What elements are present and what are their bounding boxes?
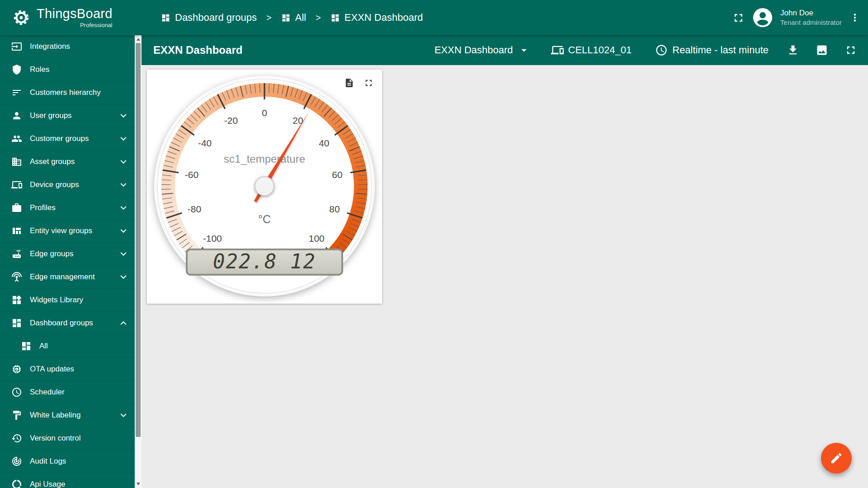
sidebar-item-label: Version control — [30, 434, 80, 443]
sidebar-item-customers-hierarchy[interactable]: Customers hierarchy — [0, 81, 135, 104]
sidebar-item-version-control[interactable]: Version control — [0, 427, 135, 450]
sidebar-item-audit-logs[interactable]: Audit Logs — [0, 450, 135, 473]
sidebar-item-label: Widgets Library — [30, 296, 83, 305]
brand-name: ThingsBoard — [37, 7, 113, 20]
breadcrumb-item-all[interactable]: All — [281, 12, 306, 23]
sidebar-item-label: Device groups — [30, 180, 79, 189]
sidebar-item-label: Asset groups — [30, 157, 75, 166]
scrollbar-thumb[interactable] — [136, 43, 141, 437]
widget-actions — [344, 78, 374, 88]
brand-text: ThingsBoard Professional — [37, 7, 113, 28]
sidebar-item-label: User groups — [30, 111, 72, 120]
dashboard-toolbar: EXXN Dashboard EXXN Dashboard CELL1024_0… — [142, 35, 868, 65]
clock-icon — [655, 44, 668, 56]
scrollbar-down-arrow[interactable] — [135, 480, 142, 488]
hierarchy-icon — [11, 87, 22, 98]
sidebar-item-label: Profiles — [30, 203, 56, 212]
fullscreen-icon[interactable] — [844, 44, 857, 56]
dashboards-icon — [281, 13, 291, 23]
dashboard-state-select[interactable]: EXXN Dashboard — [434, 44, 530, 56]
svg-text:022.8 12: 022.8 12 — [213, 250, 316, 273]
user-avatar[interactable] — [752, 7, 773, 28]
download-icon[interactable] — [787, 44, 799, 56]
image-icon[interactable] — [816, 44, 828, 56]
router-icon — [11, 249, 22, 259]
svg-text:sc1_temperature: sc1_temperature — [224, 153, 305, 165]
person-icon — [11, 110, 22, 121]
sidebar-item-label: Dashboard groups — [30, 319, 93, 328]
sidebar-item-label: Integrations — [30, 42, 70, 51]
sidebar-item-edge-groups[interactable]: Edge groups — [0, 243, 135, 266]
thingsboard-logo[interactable]: ThingsBoard Professional — [0, 7, 135, 28]
sidebar-item-scheduler[interactable]: Scheduler — [0, 381, 135, 404]
sidebar-scrollbar[interactable] — [135, 35, 142, 488]
sidebar-item-label: Edge management — [30, 272, 95, 282]
sidebar-item-label: Roles — [30, 65, 49, 74]
state-select-label: EXXN Dashboard — [434, 44, 513, 56]
antenna-icon — [11, 272, 22, 282]
breadcrumb-item-exxn-dashboard[interactable]: EXXN Dashboard — [330, 12, 423, 23]
briefcase-icon — [11, 202, 22, 213]
sidebar-item-label: All — [39, 342, 48, 351]
dashboards-icon — [161, 13, 170, 23]
temperature-gauge-widget[interactable]: -100-80-60-40-20020406080100sc1_temperat… — [147, 70, 382, 304]
chip-icon — [11, 364, 22, 375]
expand-icon[interactable] — [363, 78, 374, 88]
timewindow-select[interactable]: Realtime - last minute — [655, 44, 769, 56]
dashboards-icon — [21, 341, 32, 352]
breadcrumb-separator: > — [266, 13, 272, 23]
entity-alias-select[interactable]: CELL1024_01 — [551, 44, 632, 56]
paint-icon — [11, 410, 22, 421]
sidebar-item-profiles[interactable]: Profiles — [0, 197, 135, 220]
sidebar-item-asset-groups[interactable]: Asset groups — [0, 150, 135, 174]
sidebar-item-label: White Labeling — [30, 411, 80, 420]
sidebar-item-dashboard-groups[interactable]: Dashboard groups — [0, 312, 135, 335]
scrollbar-up-arrow[interactable] — [135, 36, 142, 43]
dashboards-icon — [330, 13, 340, 23]
user-role: Tenant administrator — [780, 18, 842, 27]
sidebar-item-ota-updates[interactable]: OTA updates — [0, 358, 135, 381]
sidebar-item-customer-groups[interactable]: Customer groups — [0, 127, 135, 150]
target-icon — [11, 456, 22, 467]
chevron-down-icon — [118, 271, 129, 283]
sidebar-item-integrations[interactable]: Integrations — [0, 35, 135, 58]
sidebar-item-entity-view-groups[interactable]: Entity view groups — [0, 220, 135, 243]
sidebar-item-all[interactable]: All — [0, 335, 135, 358]
brand-subtitle: Professional — [80, 22, 113, 28]
sidebar-item-user-groups[interactable]: User groups — [0, 104, 135, 127]
sidebar: IntegrationsRolesCustomers hierarchyUser… — [0, 35, 135, 488]
svg-text:40: 40 — [319, 138, 329, 148]
breadcrumb-label: EXXN Dashboard — [344, 12, 423, 23]
sidebar-item-label: Customer groups — [30, 134, 89, 143]
breadcrumb-item-dashboard-groups[interactable]: Dashboard groups — [161, 12, 257, 23]
chevron-down-icon — [118, 409, 129, 421]
dashboard-content: -100-80-60-40-20020406080100sc1_temperat… — [142, 65, 868, 488]
breadcrumb-label: All — [295, 12, 306, 23]
sidebar-item-edge-management[interactable]: Edge management — [0, 266, 135, 289]
fullscreen-icon[interactable] — [732, 11, 745, 24]
arrow-drop-down-icon — [518, 44, 530, 56]
data-usage-icon — [11, 479, 22, 488]
user-info[interactable]: John Doe Tenant administrator — [780, 8, 842, 27]
chevron-down-icon — [118, 179, 129, 191]
more-vert-icon[interactable] — [849, 12, 861, 23]
sidebar-item-label: Api Usage — [30, 480, 65, 488]
chevron-down-icon — [118, 133, 129, 145]
svg-text:-20: -20 — [224, 115, 238, 126]
svg-text:100: 100 — [309, 233, 325, 244]
sidebar-item-label: Audit Logs — [30, 457, 66, 466]
toolbar-icon-buttons — [787, 44, 857, 56]
edit-dashboard-fab[interactable] — [821, 443, 852, 474]
breadcrumb-label: Dashboard groups — [175, 12, 257, 23]
sidebar-item-device-groups[interactable]: Device groups — [0, 174, 135, 197]
header-actions: John Doe Tenant administrator — [732, 7, 868, 28]
chevron-down-icon — [118, 248, 129, 260]
sidebar-item-widgets-library[interactable]: Widgets Library — [0, 289, 135, 312]
user-name: John Doe — [780, 8, 842, 18]
breadcrumb: Dashboard groups > All > EXXN Dashboard — [161, 12, 423, 23]
sidebar-item-api-usage[interactable]: Api Usage — [0, 473, 135, 488]
sidebar-item-roles[interactable]: Roles — [0, 58, 135, 81]
export-icon[interactable] — [344, 78, 354, 88]
sidebar-item-white-labeling[interactable]: White Labeling — [0, 404, 135, 427]
edit-icon — [830, 451, 843, 465]
